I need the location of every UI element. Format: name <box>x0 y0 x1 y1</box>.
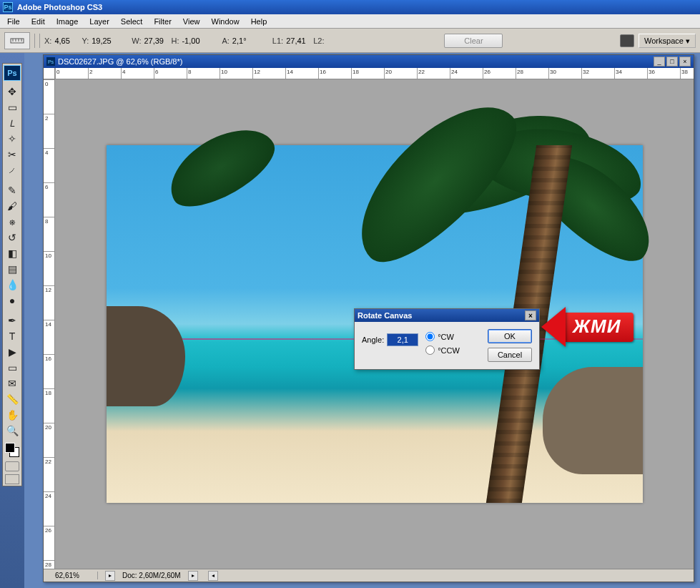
rock-left <box>107 306 185 406</box>
cw-label: °CW <box>438 333 454 341</box>
blur-tool[interactable]: 💧 <box>4 277 21 293</box>
hand-tool[interactable]: ✋ <box>4 407 21 423</box>
ruler-icon <box>10 36 24 46</box>
toolbox-column: Ps ✥ ▭ 𝘓 ✧ ✂ ⟋ ✎ 🖌 ⎈ ↺ ◧ ▤ 💧 ● ✒ T ▶ ▭ ✉… <box>0 53 24 588</box>
app-title: Adobe Photoshop CS3 <box>17 3 102 11</box>
doc-size-readout: Doc: 2,60M/2,60M <box>122 572 181 579</box>
menu-file[interactable]: File <box>1 16 26 27</box>
lasso-tool[interactable]: 𝘓 <box>4 115 21 131</box>
rotate-canvas-dialog: Rotate Canvas × Angle: °CW °CCW <box>354 308 540 370</box>
doc-maximize-button[interactable]: □ <box>666 57 678 67</box>
options-bar: X:4,65 Y:19,25 W:27,39 H:-1,00 A:2,1° L1… <box>0 29 700 53</box>
palm-leaf <box>157 113 285 220</box>
magic-wand-tool[interactable]: ✧ <box>4 131 21 147</box>
dialog-title: Rotate Canvas <box>358 311 412 320</box>
document-titlebar[interactable]: Ps DSC02627.JPG @ 62,6% (RGB/8*) _ □ × <box>44 55 694 68</box>
doc-minimize-button[interactable]: _ <box>654 57 665 67</box>
clone-stamp-tool[interactable]: ⎈ <box>4 214 21 230</box>
type-tool[interactable]: T <box>4 328 21 344</box>
toolbox-ps-badge: Ps <box>4 65 21 81</box>
zoom-readout[interactable]: 62,61% <box>55 572 98 579</box>
field-x: X:4,65 <box>44 36 77 45</box>
history-brush-tool[interactable]: ↺ <box>4 230 21 245</box>
cancel-button[interactable]: Cancel <box>488 348 532 362</box>
healing-brush-tool[interactable]: ✎ <box>4 182 21 198</box>
toolbox: Ps ✥ ▭ 𝘓 ✧ ✂ ⟋ ✎ 🖌 ⎈ ↺ ◧ ▤ 💧 ● ✒ T ▶ ▭ ✉… <box>2 63 22 486</box>
clear-button[interactable]: Clear <box>444 34 503 48</box>
slice-tool[interactable]: ⟋ <box>4 162 21 178</box>
ok-button[interactable]: OK <box>488 329 532 343</box>
menu-view[interactable]: View <box>177 16 206 27</box>
path-selection-tool[interactable]: ▶ <box>4 344 21 360</box>
field-w: W:27,39 <box>132 36 167 45</box>
document-statusbar: 62,61% ▸ Doc: 2,60M/2,60M ▸ ◂ <box>44 569 694 582</box>
menu-layer[interactable]: Layer <box>84 16 115 27</box>
shape-tool[interactable]: ▭ <box>4 360 21 376</box>
pen-tool[interactable]: ✒ <box>4 313 21 328</box>
doc-close-button[interactable]: × <box>679 57 691 67</box>
ruler-vertical[interactable]: 0246810121416182022242628 <box>44 79 55 569</box>
menu-select[interactable]: Select <box>115 16 149 27</box>
move-tool[interactable]: ✥ <box>4 84 21 99</box>
menu-window[interactable]: Window <box>206 16 245 27</box>
eyedropper-tool[interactable]: 📏 <box>4 391 21 407</box>
screenmode-toggle[interactable] <box>5 474 19 484</box>
quickmask-toggle[interactable] <box>5 461 19 471</box>
status-menu-button[interactable]: ▸ <box>188 571 198 581</box>
field-y: Y:19,25 <box>82 36 114 45</box>
gradient-tool[interactable]: ▤ <box>4 261 21 277</box>
rock-right <box>543 367 643 474</box>
workspace-area: Ps DSC02627.JPG @ 62,6% (RGB/8*) _ □ × 0… <box>24 53 700 588</box>
field-l1: L1:27,41 <box>272 36 309 45</box>
angle-label: Angle: <box>362 335 384 344</box>
menubar: File Edit Image Layer Select Filter View… <box>0 14 700 29</box>
menu-image[interactable]: Image <box>51 16 84 27</box>
eraser-tool[interactable]: ◧ <box>4 245 21 261</box>
ruler-horizontal[interactable]: 02468101214161820222426283032343638 <box>55 68 694 79</box>
dialog-titlebar[interactable]: Rotate Canvas × <box>355 309 539 322</box>
zoom-tool[interactable]: 🔍 <box>4 423 21 438</box>
annotation-text: ЖМИ <box>566 313 634 342</box>
tool-preset-picker[interactable] <box>4 32 30 49</box>
field-a: A:2,1° <box>222 36 255 45</box>
canvas-viewport[interactable]: Rotate Canvas × Angle: °CW °CCW <box>55 79 694 569</box>
cw-radio[interactable]: °CW <box>425 332 460 341</box>
workspace-button[interactable]: Workspace ▾ <box>639 34 696 48</box>
foreground-color[interactable] <box>5 443 15 453</box>
color-swatches[interactable] <box>5 443 19 457</box>
cw-radio-input[interactable] <box>425 332 435 341</box>
notes-tool[interactable]: ✉ <box>4 376 21 391</box>
ccw-radio[interactable]: °CCW <box>425 346 460 355</box>
ccw-label: °CCW <box>438 346 460 355</box>
doc-ps-icon: Ps <box>46 57 55 66</box>
crop-tool[interactable]: ✂ <box>4 147 21 162</box>
marquee-tool[interactable]: ▭ <box>4 99 21 115</box>
dialog-close-button[interactable]: × <box>525 310 536 320</box>
dodge-tool[interactable]: ● <box>4 293 21 308</box>
bridge-icon[interactable] <box>620 34 634 47</box>
grip <box>34 34 40 48</box>
menu-filter[interactable]: Filter <box>148 16 177 27</box>
ccw-radio-input[interactable] <box>425 346 435 355</box>
app-titlebar: Ps Adobe Photoshop CS3 <box>0 0 700 14</box>
status-flyout-button[interactable]: ▸ <box>105 571 115 581</box>
annotation-arrow: ЖМИ <box>541 307 634 347</box>
angle-input[interactable] <box>387 333 418 346</box>
scroll-left-button[interactable]: ◂ <box>208 571 218 581</box>
arrow-pointer-icon <box>541 307 566 347</box>
menu-edit[interactable]: Edit <box>26 16 51 27</box>
ruler-corner <box>44 68 55 79</box>
document-window: Ps DSC02627.JPG @ 62,6% (RGB/8*) _ □ × 0… <box>43 54 694 582</box>
document-title: DSC02627.JPG @ 62,6% (RGB/8*) <box>58 57 182 66</box>
field-l2: L2: <box>313 36 350 45</box>
menu-help[interactable]: Help <box>245 16 273 27</box>
brush-tool[interactable]: 🖌 <box>4 198 21 214</box>
app-icon: Ps <box>3 2 13 12</box>
field-h: H:-1,00 <box>171 36 204 45</box>
